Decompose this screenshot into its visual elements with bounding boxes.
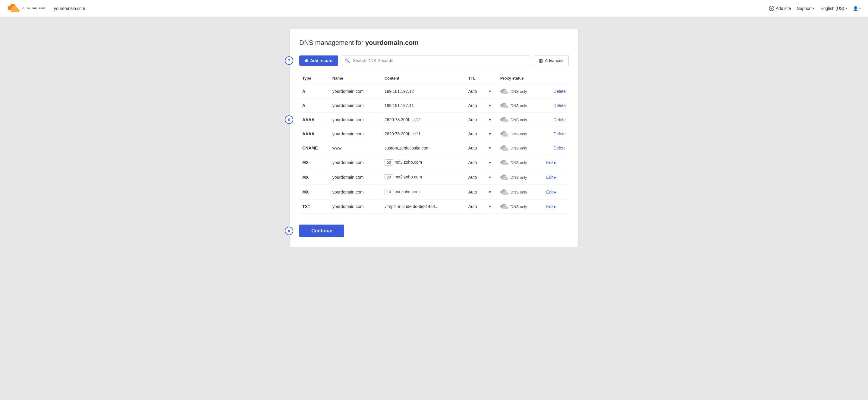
- table-row: MXyourdomain.com20mx2.zoho.comAuto▾ DNS …: [299, 170, 569, 185]
- delete-button[interactable]: Delete: [546, 103, 566, 108]
- cell-name: yourdomain.com: [330, 127, 381, 141]
- cell-action: Delete: [543, 84, 569, 99]
- cell-content: 20mx2.zoho.com: [381, 170, 465, 185]
- delete-button[interactable]: Delete: [546, 146, 566, 150]
- edit-button[interactable]: Edit ▶: [546, 160, 556, 165]
- ttl-chevron-icon[interactable]: ▾: [489, 160, 491, 165]
- language-menu[interactable]: English (US) ▾: [820, 6, 847, 11]
- cell-ttl-dropdown[interactable]: ▾: [486, 141, 497, 155]
- edit-button[interactable]: Edit ▶: [546, 175, 556, 180]
- step-6-badge: 6: [285, 116, 293, 124]
- cell-content: 50mx3.zoho.com: [381, 155, 465, 170]
- cell-ttl-dropdown[interactable]: ▾: [486, 84, 497, 99]
- cell-ttl: Auto: [465, 127, 486, 141]
- cell-ttl-dropdown[interactable]: ▾: [486, 127, 497, 141]
- ttl-chevron-icon[interactable]: ▾: [489, 89, 491, 94]
- advanced-grid-icon: ▦: [539, 58, 543, 63]
- ttl-chevron-icon[interactable]: ▾: [489, 146, 491, 150]
- ttl-chevron-icon[interactable]: ▾: [489, 117, 491, 122]
- search-input[interactable]: [342, 55, 530, 66]
- ttl-chevron-icon[interactable]: ▾: [489, 175, 491, 180]
- cell-type: A: [299, 99, 330, 113]
- step-8-badge: 8: [285, 227, 293, 235]
- cell-type: MX: [299, 170, 330, 185]
- cell-action: Delete: [543, 99, 569, 113]
- cell-content: 199.181.197.11: [381, 99, 465, 113]
- delete-button[interactable]: Delete: [546, 131, 566, 136]
- support-menu[interactable]: Support ▾: [797, 6, 814, 11]
- cell-proxy-status: DNS only: [497, 185, 543, 199]
- ttl-chevron-icon[interactable]: ▾: [489, 131, 491, 136]
- edit-chevron-icon: ▶: [554, 190, 556, 194]
- user-icon: 👤: [853, 6, 858, 11]
- proxy-label: DNS only: [510, 103, 527, 108]
- step-7-badge: 7: [285, 56, 293, 65]
- cell-ttl-dropdown[interactable]: ▾: [486, 155, 497, 170]
- cell-type: MX: [299, 185, 330, 199]
- dns-only-cloud-icon: [500, 103, 509, 108]
- edit-button[interactable]: Edit ▶: [546, 204, 556, 209]
- delete-button[interactable]: Delete: [546, 117, 566, 122]
- table-row: MXyourdomain.com10mx.zoho.comAuto▾ DNS o…: [299, 185, 569, 199]
- cell-ttl: Auto: [465, 155, 486, 170]
- cell-content: 10mx.zoho.com: [381, 185, 465, 199]
- language-chevron-icon: ▾: [845, 7, 847, 10]
- cell-name: yourdomain.com: [330, 84, 381, 99]
- proxy-label: DNS only: [510, 146, 527, 150]
- cell-content: 2620:78:200f::cf:11: [381, 127, 465, 141]
- ttl-chevron-icon[interactable]: ▾: [489, 103, 491, 108]
- add-record-plus-icon: ⊕: [305, 58, 308, 63]
- dns-only-cloud-icon: [500, 160, 509, 165]
- user-menu[interactable]: 👤 ▾: [853, 6, 861, 11]
- cell-ttl: Auto: [465, 141, 486, 155]
- dns-panel: DNS management for yourdomain.com 7 ⊕ Ad…: [289, 29, 579, 247]
- cell-proxy-status: DNS only: [497, 141, 543, 155]
- col-header-type: Type: [299, 72, 330, 84]
- cell-ttl-dropdown[interactable]: ▾: [486, 113, 497, 127]
- proxy-label: DNS only: [510, 175, 527, 180]
- continue-button[interactable]: Continue: [299, 224, 344, 237]
- cell-ttl-dropdown[interactable]: ▾: [486, 199, 497, 214]
- plus-circle-icon: +: [769, 6, 774, 11]
- cell-action: Delete: [543, 127, 569, 141]
- dns-only-cloud-icon: [500, 175, 509, 180]
- add-site-button[interactable]: + Add site: [769, 6, 791, 11]
- proxy-label: DNS only: [510, 160, 527, 165]
- cell-type: TXT: [299, 199, 330, 214]
- cell-ttl: Auto: [465, 199, 486, 214]
- cell-name: yourdomain.com: [330, 113, 381, 127]
- proxy-label: DNS only: [510, 190, 527, 194]
- cell-proxy-status: DNS only: [497, 127, 543, 141]
- cell-ttl-dropdown[interactable]: ▾: [486, 99, 497, 113]
- cell-ttl: Auto: [465, 99, 486, 113]
- cell-ttl-dropdown[interactable]: ▾: [486, 170, 497, 185]
- advanced-button[interactable]: ▦ Advanced: [534, 55, 569, 66]
- support-label: Support: [797, 6, 812, 11]
- cell-ttl-dropdown[interactable]: ▾: [486, 185, 497, 199]
- navbar: CLOUDFLARE yourdomain.com + Add site Sup…: [0, 0, 868, 17]
- ttl-chevron-icon[interactable]: ▾: [489, 204, 491, 209]
- cell-action: Edit ▶: [543, 185, 569, 199]
- cell-type: AAAA: [299, 127, 330, 141]
- add-record-button[interactable]: ⊕ Add record: [299, 56, 338, 66]
- ttl-chevron-icon[interactable]: ▾: [489, 190, 491, 194]
- cell-name: yourdomain.com: [330, 170, 381, 185]
- delete-button[interactable]: Delete: [546, 89, 566, 94]
- edit-button[interactable]: Edit ▶: [546, 190, 556, 194]
- table-row: AAAAyourdomain.com2620:78:200f::cf:11Aut…: [299, 127, 569, 141]
- cloudflare-cloud-icon: [7, 4, 21, 13]
- cell-action: Edit ▶: [543, 155, 569, 170]
- cell-type: 6AAAA: [299, 113, 330, 127]
- priority-badge: 20: [384, 174, 393, 180]
- cell-ttl: Auto: [465, 84, 486, 99]
- cell-proxy-status: DNS only: [497, 113, 543, 127]
- search-container: 🔍: [342, 55, 530, 66]
- cloudflare-logo: CLOUDFLARE: [7, 4, 45, 13]
- cell-name: yourdomain.com: [330, 155, 381, 170]
- cell-type: A: [299, 84, 330, 99]
- cell-name: yourdomain.com: [330, 185, 381, 199]
- cell-content: v=spf1 include:dc-8e814c8...: [381, 199, 465, 214]
- priority-badge: 50: [384, 159, 393, 165]
- col-header-content: Content: [381, 72, 465, 84]
- cell-action: Edit ▶: [543, 170, 569, 185]
